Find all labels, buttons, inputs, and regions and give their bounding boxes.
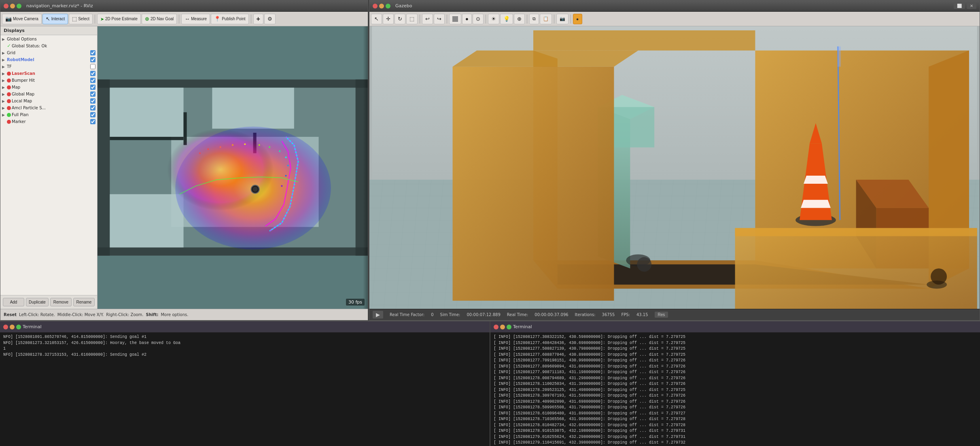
- reset-button[interactable]: Res: [655, 312, 668, 318]
- sidebar-item-laserscan[interactable]: ▶ LaserScan: [0, 70, 97, 77]
- sidebar-item-bumperhit[interactable]: ▶ Bumper Hit: [0, 77, 97, 84]
- bumperhit-checkbox[interactable]: [90, 78, 95, 83]
- measure-button[interactable]: Measure: [181, 14, 210, 24]
- rename-button[interactable]: Rename: [73, 298, 95, 306]
- t-close[interactable]: [3, 325, 8, 329]
- terminal-line: [ INFO] [1528081277.608877046, 430.89800…: [494, 352, 977, 358]
- light-icon: ☀: [491, 16, 496, 22]
- sidebar-item-localmap[interactable]: ▶ Local Map: [0, 98, 97, 104]
- reset-button[interactable]: Reset: [4, 312, 17, 317]
- gazebo-redo-tool[interactable]: ↪: [434, 14, 445, 24]
- gazebo-close-button[interactable]: [373, 4, 378, 8]
- select-button[interactable]: Select: [69, 14, 93, 24]
- gazebo-undo-tool[interactable]: ↩: [422, 14, 433, 24]
- right-terminal-title: Terminal: [513, 324, 532, 329]
- publish-point-button[interactable]: Publish Point: [211, 14, 248, 24]
- minimize-button[interactable]: [10, 4, 15, 8]
- svg-point-22: [259, 144, 260, 146]
- gazebo-screenshot[interactable]: 📷: [556, 14, 568, 24]
- sidebar-item-amcl[interactable]: ▶ Amcl Particle S...: [0, 104, 97, 111]
- map-checkbox[interactable]: [90, 85, 95, 90]
- sphere-icon: ●: [465, 16, 469, 22]
- marker-color: [7, 120, 11, 124]
- gazebo-view-box[interactable]: [449, 14, 461, 24]
- t-close-r[interactable]: [494, 325, 498, 329]
- terminal-line: [ INFO] [1528081278.610096480, 431.89800…: [494, 411, 977, 417]
- redo-icon: ↪: [437, 16, 441, 22]
- gazebo-close-x-button[interactable]: ✕: [967, 3, 976, 9]
- bumperhit-color: [7, 79, 11, 83]
- gazebo-minimize-button[interactable]: [379, 4, 384, 8]
- sidebar-item-globalmap[interactable]: ▶ Global Map: [0, 91, 97, 98]
- directional-icon: ⊕: [517, 16, 522, 22]
- sidebar-item-fullplan[interactable]: ▶ Full Plan: [0, 111, 97, 118]
- maximize-button[interactable]: [17, 4, 21, 8]
- gazebo-copy[interactable]: ⧉: [529, 14, 539, 24]
- real-time-label: Real Time:: [507, 312, 528, 317]
- undo-icon: ↩: [425, 16, 430, 22]
- gazebo-restore-button[interactable]: ⬜: [954, 3, 965, 9]
- globalmap-checkbox[interactable]: [90, 91, 95, 97]
- close-button[interactable]: [4, 4, 8, 8]
- localmap-checkbox[interactable]: [90, 98, 95, 104]
- pose-estimate-button[interactable]: 2D Pose Estimate: [97, 14, 141, 24]
- gazebo-translate-tool[interactable]: ✛: [383, 14, 394, 24]
- t-max[interactable]: [16, 325, 21, 329]
- gazebo-rotate-tool[interactable]: ↻: [395, 14, 405, 24]
- arrow-icon: ▶: [2, 106, 6, 110]
- pointer-icon: ↖: [374, 16, 379, 22]
- left-terminal-content[interactable]: NFO] [1528081091.865270746, 414.81500000…: [0, 333, 490, 446]
- remove-button[interactable]: Remove: [50, 298, 72, 306]
- iterations-value: 36755: [602, 312, 615, 317]
- interact-button[interactable]: Interact: [42, 14, 68, 24]
- gz-sep-6: [571, 15, 571, 23]
- gazebo-toolbar: ↖ ✛ ↻ ⬚ ↩ ↪ ●: [369, 12, 980, 26]
- nav-goal-button[interactable]: 2D Nav Goal: [142, 14, 177, 24]
- sidebar-item-marker[interactable]: Marker: [0, 118, 97, 125]
- sidebar-item-global-status[interactable]: ✓ Global Status: Ok: [0, 42, 97, 49]
- gazebo-maximize-button[interactable]: [386, 4, 390, 8]
- gazebo-light-spot[interactable]: 💡: [500, 14, 513, 24]
- gazebo-viewport[interactable]: [369, 26, 980, 309]
- plus-button[interactable]: [253, 14, 263, 24]
- gazebo-select-tool[interactable]: ↖: [371, 14, 382, 24]
- t-max-r[interactable]: [507, 325, 511, 329]
- sidebar-item-robotmodel[interactable]: ▶ RobotModel: [0, 56, 97, 63]
- marker-checkbox[interactable]: [90, 119, 95, 124]
- terminal-line: [ INFO] [1528081278.110025034, 431.39900…: [494, 381, 977, 387]
- duplicate-button[interactable]: Duplicate: [26, 298, 49, 306]
- grid-checkbox[interactable]: [90, 50, 95, 55]
- move-camera-button[interactable]: Move Camera: [2, 14, 42, 24]
- settings-button[interactable]: [264, 14, 276, 24]
- real-time-factor-value: 0: [431, 312, 433, 317]
- arrow-icon: ▶: [2, 51, 6, 55]
- sidebar-item-map[interactable]: ▶ Map: [0, 84, 97, 91]
- gazebo-view-cylinder[interactable]: ⊙: [473, 14, 484, 24]
- laserscan-checkbox[interactable]: [90, 71, 95, 76]
- gazebo-scale-tool[interactable]: ⬚: [406, 14, 418, 24]
- amcl-checkbox[interactable]: [90, 105, 95, 110]
- svg-marker-52: [453, 67, 614, 301]
- gazebo-paste[interactable]: 📋: [540, 14, 552, 24]
- gazebo-light-dir[interactable]: ⊕: [514, 14, 525, 24]
- robotmodel-checkbox[interactable]: [90, 57, 95, 62]
- sidebar-item-global-options[interactable]: ▶ Global Options: [0, 36, 97, 42]
- resize-handle[interactable]: [363, 26, 368, 309]
- gazebo-view-sphere[interactable]: ●: [462, 14, 472, 24]
- add-button[interactable]: Add: [3, 298, 24, 306]
- right-terminal-content[interactable]: [ INFO] [1528081277.308322152, 430.59800…: [490, 333, 980, 446]
- gazebo-record[interactable]: ●: [573, 14, 582, 24]
- play-pause-button[interactable]: ▶: [373, 311, 383, 319]
- t-min[interactable]: [10, 325, 15, 329]
- copy-icon: ⧉: [532, 16, 536, 21]
- rviz-viewport[interactable]: coords 30 fps: [98, 26, 368, 309]
- sidebar-item-tf[interactable]: ▶ TF: [0, 63, 97, 70]
- fullplan-checkbox[interactable]: [90, 112, 95, 117]
- sidebar-item-grid[interactable]: ▶ Grid: [0, 49, 97, 56]
- gazebo-light-point[interactable]: ☀: [488, 14, 499, 24]
- t-min-r[interactable]: [500, 325, 505, 329]
- more-options-hint: More options.: [161, 312, 188, 317]
- terminal-line: [ INFO] [1528081277.408428436, 430.69800…: [494, 340, 977, 346]
- terminal-dots-r: [494, 325, 511, 329]
- tf-checkbox[interactable]: [90, 64, 95, 69]
